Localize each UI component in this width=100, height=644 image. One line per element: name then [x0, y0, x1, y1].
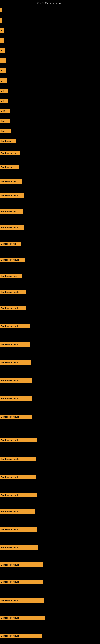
- bar-row-25: Bottleneck result: [0, 324, 30, 328]
- bar-row-1: [0, 18, 2, 22]
- bottleneck-bar-13: Bottlenec: [0, 139, 16, 143]
- bottleneck-bar-40: Bottleneck result: [0, 598, 44, 602]
- bar-row-36: Bottleneck result: [0, 527, 37, 532]
- bar-row-18: Bottleneck resu: [0, 209, 23, 214]
- bar-row-15: Bottleneck: [0, 165, 19, 170]
- bar-row-0: [0, 8, 1, 12]
- bottleneck-bar-42: Bottleneck result: [0, 634, 42, 638]
- bottleneck-bar-41: Bottleneck result: [0, 616, 45, 620]
- bottleneck-bar-22: Bottleneck resu: [0, 274, 22, 278]
- bar-row-17: Bottleneck result: [0, 193, 24, 198]
- bottleneck-bar-11: Bot: [0, 119, 10, 123]
- bottleneck-bar-1: [0, 18, 2, 22]
- bar-row-5: E: [0, 58, 6, 63]
- bottleneck-bar-39: Bottleneck result: [0, 580, 43, 584]
- bar-row-29: Bottleneck result: [0, 396, 32, 401]
- bar-row-20: Bottleneck res: [0, 242, 21, 246]
- bar-row-39: Bottleneck result: [0, 580, 43, 584]
- bar-row-3: n: [0, 38, 4, 43]
- bottleneck-bar-10: Bott: [0, 109, 10, 113]
- bottleneck-bar-15: Bottleneck: [0, 165, 19, 170]
- bar-row-30: Bottleneck result: [0, 414, 32, 419]
- bottleneck-bar-3: n: [0, 38, 4, 43]
- bottleneck-bar-14: Bottleneck res: [0, 151, 20, 155]
- bottleneck-bar-38: Bottleneck result: [0, 562, 43, 567]
- bar-row-34: Bottleneck result: [0, 493, 37, 498]
- bar-row-19: Bottleneck result: [0, 226, 24, 230]
- bar-row-33: Bottleneck result: [0, 475, 36, 480]
- bar-row-4: B: [0, 48, 5, 53]
- bottleneck-bar-16: Bottleneck resu: [0, 179, 22, 184]
- bar-row-2: E: [0, 28, 3, 32]
- site-title: TheBottlenecker.com: [0, 0, 100, 6]
- bottleneck-bar-36: Bottleneck result: [0, 527, 37, 532]
- bar-row-13: Bottlenec: [0, 139, 16, 143]
- bottleneck-bar-19: Bottleneck result: [0, 226, 24, 230]
- bottleneck-bar-5: E: [0, 58, 6, 63]
- bottleneck-bar-26: Bottleneck result: [0, 342, 30, 346]
- bottleneck-bar-8: Bo: [0, 88, 8, 93]
- bar-row-9: Bo: [0, 98, 8, 103]
- bottleneck-bar-37: Bottleneck result: [0, 546, 38, 550]
- bar-row-8: Bo: [0, 88, 8, 93]
- bottleneck-bar-28: Bottleneck result: [0, 378, 32, 383]
- bottleneck-bar-7: B: [0, 78, 7, 83]
- bottleneck-bar-12: Bott: [0, 129, 11, 133]
- bottleneck-bar-35: Bottleneck result: [0, 509, 35, 514]
- bottleneck-bar-20: Bottleneck res: [0, 242, 21, 246]
- bar-row-6: B: [0, 68, 6, 73]
- bar-row-40: Bottleneck result: [0, 598, 44, 602]
- bottleneck-bar-32: Bottleneck result: [0, 457, 36, 461]
- bottleneck-bar-9: Bo: [0, 98, 8, 103]
- bottleneck-bar-33: Bottleneck result: [0, 475, 36, 480]
- bar-row-31: Bottleneck result: [0, 438, 37, 442]
- bottleneck-bar-6: B: [0, 68, 6, 73]
- bar-row-41: Bottleneck result: [0, 616, 45, 620]
- bar-row-32: Bottleneck result: [0, 457, 36, 461]
- bottleneck-bar-2: E: [0, 28, 3, 32]
- bar-row-11: Bot: [0, 119, 10, 123]
- bottleneck-bar-21: Bottleneck result: [0, 258, 25, 262]
- bottleneck-bar-27: Bottleneck result: [0, 360, 31, 365]
- bar-row-14: Bottleneck res: [0, 151, 20, 155]
- bar-row-26: Bottleneck result: [0, 342, 30, 346]
- bar-row-38: Bottleneck result: [0, 562, 43, 567]
- bar-row-10: Bott: [0, 109, 10, 113]
- bar-row-12: Bott: [0, 129, 11, 133]
- bar-row-27: Bottleneck result: [0, 360, 31, 365]
- bar-row-16: Bottleneck resu: [0, 179, 22, 184]
- bottleneck-bar-34: Bottleneck result: [0, 493, 37, 498]
- bottleneck-bar-31: Bottleneck result: [0, 438, 37, 442]
- bottleneck-bar-4: B: [0, 48, 5, 53]
- bottleneck-bar-23: Bottleneck result: [0, 290, 26, 294]
- bottleneck-bar-29: Bottleneck result: [0, 396, 32, 401]
- bottleneck-bar-0: [0, 8, 1, 12]
- bar-row-35: Bottleneck result: [0, 509, 35, 514]
- bottleneck-bar-30: Bottleneck result: [0, 414, 32, 419]
- bar-row-28: Bottleneck result: [0, 378, 32, 383]
- bar-row-21: Bottleneck result: [0, 258, 25, 262]
- bar-row-42: Bottleneck result: [0, 634, 42, 638]
- bottleneck-bar-18: Bottleneck resu: [0, 209, 23, 214]
- bar-row-7: B: [0, 78, 7, 83]
- bar-row-23: Bottleneck result: [0, 290, 26, 294]
- bottleneck-bar-24: Bottleneck result: [0, 306, 26, 310]
- bar-row-24: Bottleneck result: [0, 306, 26, 310]
- bar-row-37: Bottleneck result: [0, 546, 38, 550]
- bar-row-22: Bottleneck resu: [0, 274, 22, 278]
- bottleneck-bar-17: Bottleneck result: [0, 193, 24, 198]
- bottleneck-bar-25: Bottleneck result: [0, 324, 30, 328]
